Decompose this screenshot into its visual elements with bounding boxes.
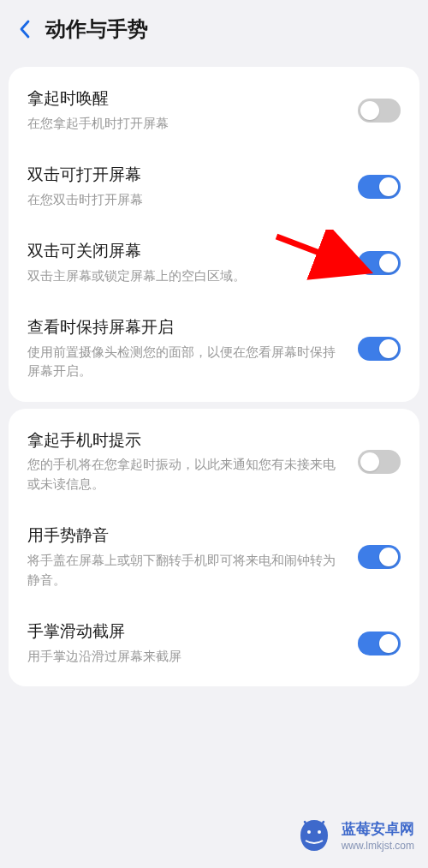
setting-text: 拿起手机时提示 您的手机将在您拿起时振动，以此来通知您有未接来电或未读信息。 xyxy=(27,429,344,494)
settings-group-2: 拿起手机时提示 您的手机将在您拿起时振动，以此来通知您有未接来电或未读信息。 用… xyxy=(9,409,419,686)
setting-text: 查看时保持屏幕开启 使用前置摄像头检测您的面部，以便在您看屏幕时保持屏幕开启。 xyxy=(27,316,344,381)
setting-subtitle: 用手掌边沿滑过屏幕来截屏 xyxy=(27,647,344,667)
toggle-double-tap-off[interactable] xyxy=(358,251,401,275)
setting-subtitle: 您的手机将在您拿起时振动，以此来通知您有未接来电或未读信息。 xyxy=(27,455,344,494)
setting-text: 用手势静音 将手盖在屏幕上或朝下翻转手机即可将来电和闹钟转为静音。 xyxy=(27,524,344,590)
toggle-knob xyxy=(379,634,398,653)
setting-keep-screen-on[interactable]: 查看时保持屏幕开启 使用前置摄像头检测您的面部，以便在您看屏幕时保持屏幕开启。 xyxy=(9,301,419,397)
settings-group-1: 拿起时唤醒 在您拿起手机时打开屏幕 双击可打开屏幕 在您双击时打开屏幕 双击可关… xyxy=(9,67,419,402)
back-icon[interactable] xyxy=(19,20,30,39)
setting-subtitle: 将手盖在屏幕上或朝下翻转手机即可将来电和闹钟转为静音。 xyxy=(27,551,344,590)
toggle-lift-to-wake[interactable] xyxy=(358,99,401,123)
watermark-text: 蓝莓安卓网 www.lmkjst.com xyxy=(342,819,414,852)
toggle-knob xyxy=(379,254,398,272)
setting-double-tap-off[interactable]: 双击可关闭屏幕 双击主屏幕或锁定屏幕上的空白区域。 xyxy=(9,224,419,301)
setting-title: 手掌滑动截屏 xyxy=(27,620,344,644)
header: 动作与手势 xyxy=(0,0,428,60)
setting-subtitle: 在您拿起手机时打开屏幕 xyxy=(27,114,344,134)
watermark-url: www.lmkjst.com xyxy=(342,840,414,852)
setting-title: 查看时保持屏幕开启 xyxy=(27,316,344,339)
setting-palm-swipe[interactable]: 手掌滑动截屏 用手掌边沿滑过屏幕来截屏 xyxy=(9,605,419,681)
setting-subtitle: 在您双击时打开屏幕 xyxy=(27,190,344,210)
setting-subtitle: 双击主屏幕或锁定屏幕上的空白区域。 xyxy=(27,266,344,286)
toggle-gesture-mute[interactable] xyxy=(358,545,401,569)
setting-gesture-mute[interactable]: 用手势静音 将手盖在屏幕上或朝下翻转手机即可将来电和闹钟转为静音。 xyxy=(9,509,419,605)
setting-text: 双击可关闭屏幕 双击主屏幕或锁定屏幕上的空白区域。 xyxy=(27,240,344,285)
setting-subtitle: 使用前置摄像头检测您的面部，以便在您看屏幕时保持屏幕开启。 xyxy=(27,343,344,381)
toggle-pickup-alert[interactable] xyxy=(358,450,401,474)
toggle-double-tap-on[interactable] xyxy=(358,175,401,199)
toggle-knob xyxy=(379,339,398,358)
setting-text: 双击可打开屏幕 在您双击时打开屏幕 xyxy=(27,164,344,209)
setting-title: 拿起时唤醒 xyxy=(27,87,344,111)
setting-title: 用手势静音 xyxy=(27,524,344,548)
setting-text: 手掌滑动截屏 用手掌边沿滑过屏幕来截屏 xyxy=(27,620,344,666)
toggle-knob xyxy=(360,452,379,471)
setting-title: 双击可关闭屏幕 xyxy=(27,240,344,263)
svg-point-2 xyxy=(307,830,311,834)
setting-pickup-alert[interactable]: 拿起手机时提示 您的手机将在您拿起时振动，以此来通知您有未接来电或未读信息。 xyxy=(9,414,419,510)
toggle-knob xyxy=(379,177,398,196)
setting-text: 拿起时唤醒 在您拿起手机时打开屏幕 xyxy=(27,87,344,133)
setting-title: 双击可打开屏幕 xyxy=(27,164,344,187)
toggle-knob xyxy=(360,101,379,120)
watermark-logo-icon xyxy=(295,817,333,854)
svg-point-3 xyxy=(318,830,321,834)
setting-lift-to-wake[interactable]: 拿起时唤醒 在您拿起手机时打开屏幕 xyxy=(9,72,419,148)
toggle-palm-swipe[interactable] xyxy=(358,632,401,655)
toggle-knob xyxy=(379,548,398,566)
watermark-title: 蓝莓安卓网 xyxy=(342,819,414,839)
toggle-keep-screen-on[interactable] xyxy=(358,337,401,361)
setting-double-tap-on[interactable]: 双击可打开屏幕 在您双击时打开屏幕 xyxy=(9,148,419,224)
page-title: 动作与手势 xyxy=(45,15,148,43)
setting-title: 拿起手机时提示 xyxy=(27,429,344,452)
watermark: 蓝莓安卓网 www.lmkjst.com xyxy=(295,817,414,854)
